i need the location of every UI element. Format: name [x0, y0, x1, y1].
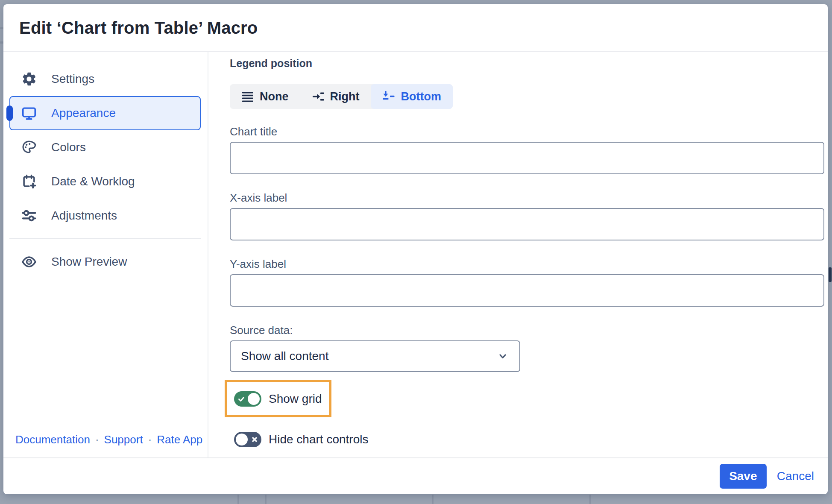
dialog-header: Edit ‘Chart from Table’ Macro: [3, 4, 828, 52]
sidebar-footer-links: Documentation · Support · Rate App: [3, 433, 208, 457]
y-axis-label: Y-axis label: [230, 258, 828, 270]
chevron-down-icon: [496, 350, 509, 363]
sidebar-item-settings[interactable]: Settings: [9, 62, 201, 96]
sliders-icon: [21, 207, 38, 224]
calendar-plus-icon: [21, 173, 38, 190]
selected-indicator: [6, 105, 13, 121]
background-page-fragment: [829, 267, 832, 282]
background-table-line: [589, 495, 591, 504]
cancel-button[interactable]: Cancel: [777, 469, 814, 483]
y-axis-input[interactable]: [230, 274, 824, 307]
hide-chart-controls-label: Hide chart controls: [269, 433, 368, 446]
background-table-line: [0, 41, 3, 44]
show-preview-label: Show Preview: [51, 255, 127, 269]
legend-option-label: None: [260, 90, 289, 103]
x-axis-input[interactable]: [230, 208, 824, 240]
eye-icon: [21, 253, 38, 270]
source-data-value: Show all content: [241, 349, 328, 363]
legend-right-icon: [312, 90, 325, 103]
sidebar-item-adjustments[interactable]: Adjustments: [9, 199, 201, 233]
check-icon: [237, 395, 245, 403]
sidebar-item-label: Colors: [51, 141, 86, 154]
chart-title-label: Chart title: [230, 125, 828, 138]
sidebar: Settings Appearance: [3, 52, 208, 457]
background-table-line: [432, 495, 434, 504]
sidebar-item-label: Date & Worklog: [51, 175, 135, 188]
background-table-line: [265, 495, 267, 504]
documentation-link[interactable]: Documentation: [15, 433, 90, 446]
legend-option-bottom[interactable]: Bottom: [371, 84, 452, 109]
toggle-knob: [236, 434, 248, 445]
palette-icon: [21, 139, 38, 156]
legend-bottom-icon: [382, 90, 395, 103]
legend-position-label: Legend position: [230, 57, 828, 69]
chart-title-input[interactable]: [230, 142, 824, 174]
background-table-line: [237, 495, 239, 504]
edit-macro-dialog: Edit ‘Chart from Table’ Macro Settings: [3, 4, 828, 494]
background-table-line: [0, 27, 3, 29]
legend-option-label: Right: [330, 90, 360, 103]
sidebar-item-date-worklog[interactable]: Date & Worklog: [9, 164, 201, 199]
hide-chart-controls-toggle[interactable]: [234, 432, 261, 447]
support-link[interactable]: Support: [104, 433, 143, 446]
legend-none-icon: [241, 90, 254, 103]
cross-icon: [252, 437, 258, 442]
legend-option-none[interactable]: None: [230, 84, 300, 109]
sidebar-divider: [9, 238, 201, 239]
hide-chart-controls-row: Hide chart controls: [234, 432, 828, 447]
appearance-panel: Legend position None: [208, 52, 828, 457]
save-button[interactable]: Save: [720, 464, 767, 489]
rate-app-link[interactable]: Rate App: [157, 433, 202, 446]
toggle-knob: [248, 393, 260, 405]
source-data-select[interactable]: Show all content: [230, 340, 520, 372]
dialog-title: Edit ‘Chart from Table’ Macro: [19, 18, 258, 38]
legend-option-label: Bottom: [401, 90, 441, 103]
show-grid-label: Show grid: [269, 392, 322, 406]
sidebar-item-label: Settings: [51, 72, 94, 86]
link-separator: ·: [95, 433, 99, 446]
sidebar-item-colors[interactable]: Colors: [9, 130, 201, 164]
x-axis-label: X-axis label: [230, 191, 828, 204]
legend-position-control: None Right: [230, 84, 453, 109]
sidebar-item-label: Adjustments: [51, 209, 117, 223]
sidebar-item-label: Appearance: [51, 106, 116, 120]
gear-icon: [21, 70, 38, 88]
source-data-label: Source data:: [230, 324, 828, 337]
show-grid-highlight-box: Show grid: [225, 380, 331, 417]
show-preview-button[interactable]: Show Preview: [9, 245, 201, 279]
dialog-footer: Save Cancel: [3, 457, 828, 494]
sidebar-item-appearance[interactable]: Appearance: [9, 96, 201, 130]
legend-option-right[interactable]: Right: [300, 84, 371, 109]
link-separator: ·: [148, 433, 152, 446]
show-grid-toggle[interactable]: [234, 391, 261, 407]
monitor-icon: [21, 105, 38, 122]
